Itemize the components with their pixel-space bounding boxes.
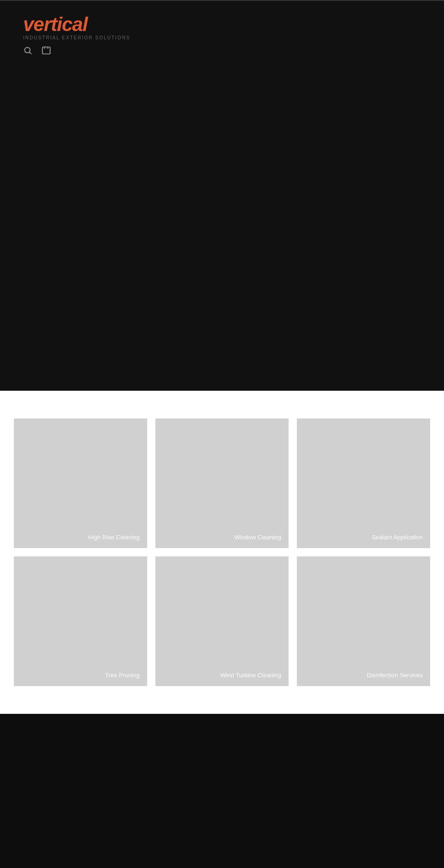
service-card-wind-turbine-cleaning[interactable]: Wind Turbine Cleaning xyxy=(155,556,289,686)
search-icon[interactable] xyxy=(23,46,32,57)
service-card-window-cleaning[interactable]: Window Cleaning xyxy=(155,418,289,548)
service-label-disinfection-services: Disinfection Services xyxy=(367,672,423,679)
header-icons xyxy=(23,46,421,57)
service-card-sealant-application[interactable]: Sealant Application xyxy=(297,418,430,548)
services-section: High Rise Cleaning Window Cleaning Seala… xyxy=(0,391,444,714)
site-header: vertical Industrial Exterior Solutions xyxy=(0,0,444,67)
service-card-disinfection-services[interactable]: Disinfection Services xyxy=(297,556,430,686)
svg-line-1 xyxy=(30,52,31,54)
svg-rect-2 xyxy=(43,47,50,54)
logo-subtitle: Industrial Exterior Solutions xyxy=(23,35,421,40)
hero-section xyxy=(0,67,444,391)
svg-point-0 xyxy=(25,47,30,53)
cart-icon[interactable] xyxy=(42,46,51,57)
dark-section xyxy=(0,714,444,868)
services-grid: High Rise Cleaning Window Cleaning Seala… xyxy=(14,418,430,686)
service-label-window-cleaning: Window Cleaning xyxy=(234,534,281,541)
logo-area: vertical Industrial Exterior Solutions xyxy=(23,15,421,40)
service-card-high-rise-cleaning[interactable]: High Rise Cleaning xyxy=(14,418,147,548)
service-label-tree-pruning: Tree Pruning xyxy=(105,672,140,679)
logo-text[interactable]: vertical xyxy=(23,15,421,34)
service-label-wind-turbine-cleaning: Wind Turbine Cleaning xyxy=(220,672,281,679)
service-label-sealant-application: Sealant Application xyxy=(371,534,423,541)
service-card-tree-pruning[interactable]: Tree Pruning xyxy=(14,556,147,686)
service-label-high-rise-cleaning: High Rise Cleaning xyxy=(88,534,140,541)
